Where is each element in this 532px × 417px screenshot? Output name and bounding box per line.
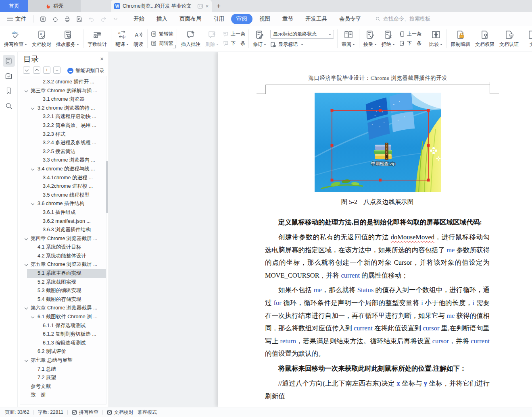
reject-change-button[interactable]: 拒绝 — [379, 29, 397, 49]
toc-item[interactable]: 3.6.1 插件组成 — [20, 208, 106, 217]
menu-tab[interactable]: 开始 — [128, 14, 150, 24]
toc-expand-chevron-icon[interactable] — [31, 106, 34, 110]
tab-home[interactable]: 首页 — [0, 0, 28, 12]
menu-tab[interactable]: 视图 — [254, 14, 275, 24]
toc-expand-chevron-icon[interactable] — [25, 263, 28, 266]
toc-item[interactable]: 第七章 总结与展望 — [20, 356, 106, 365]
document-body-text[interactable]: 图 5-2 八点及边线展示图定义鼠标移动的处理方法,目的是初始化即将勾取的屏幕区… — [265, 197, 490, 405]
toc-item[interactable]: 5.3 截图的编辑实现 — [20, 286, 106, 295]
restrict-editing-button[interactable]: 限制编辑 — [449, 29, 473, 49]
grading-service-button[interactable]: 批改服务 — [54, 29, 81, 49]
previous-revision-button[interactable]: 上一条 — [399, 31, 421, 37]
markup-state-combobox[interactable]: 显示标记的最终状态 — [270, 30, 334, 39]
toc-item[interactable]: 6.1 截图软件 Chrome 浏 ... — [20, 313, 106, 322]
previous-comment-button[interactable]: 上一条 — [223, 31, 245, 37]
doc-proofread-status[interactable]: 文档校对 — [107, 409, 134, 416]
toc-item[interactable]: 3.2.1 高速程序启动快 ... — [20, 112, 106, 121]
document-canvas[interactable]: 海口经济学院毕业设计：Chrome 浏览器截屏插件的开发 — [109, 52, 532, 407]
doc-certify-button[interactable]: 文档认证 — [497, 29, 521, 49]
toc-item[interactable]: 3.4.2chrome 进程模 ... — [20, 182, 106, 191]
toc-item[interactable]: 3.6.2 manifest.json ... — [20, 217, 106, 226]
toc-scrollbar[interactable] — [106, 161, 108, 213]
document-page[interactable]: 海口经济学院毕业设计：Chrome 浏览器截屏插件的开发 — [218, 52, 532, 407]
toc-expand-chevron-icon[interactable] — [25, 89, 28, 92]
read-aloud-button[interactable]: A 朗读 — [131, 29, 146, 49]
toc-item[interactable]: 3.2 chrome 浏览器的特 ... — [20, 104, 106, 113]
tab-document[interactable]: W Chrome浏览...的开发 毕业论文 × — [111, 0, 212, 12]
toc-item[interactable]: 第五章 Chrome 浏览器截屏 ... — [20, 260, 106, 269]
menu-tab[interactable]: 插入 — [151, 14, 173, 24]
toc-item[interactable]: 致 谢 — [20, 391, 106, 400]
toc-item[interactable]: 7.2 展望 — [20, 373, 106, 382]
toc-item[interactable]: 3.3 chrome 浏览器内 ... — [20, 156, 106, 165]
toc-item[interactable]: 第三章 Chrome 的详解与插 ... — [20, 87, 106, 95]
compatibility-mode-label[interactable]: 兼容模式 — [138, 409, 157, 416]
toc-item[interactable]: 3.1 chrome 浏览器 — [20, 95, 106, 104]
spell-check-status[interactable]: 拼写检查 — [72, 409, 98, 416]
export-button[interactable] — [50, 14, 60, 24]
toc-item[interactable]: 4.2 系统功能整体设计 — [20, 252, 106, 261]
collapse-all-button[interactable] — [23, 66, 30, 74]
print-button[interactable] — [62, 14, 72, 24]
toc-item[interactable]: 3.2.2 简单高效、易用 ... — [20, 121, 106, 130]
toc-item[interactable]: 5.2 系统截图实现 — [20, 278, 106, 287]
print-preview-button[interactable] — [74, 14, 84, 24]
toc-expand-chevron-icon[interactable] — [25, 359, 28, 362]
trad-to-simp-button[interactable]: 简 繁转简 — [151, 31, 173, 37]
menu-tab[interactable]: 开发工具 — [300, 14, 332, 24]
toc-expand-chevron-icon[interactable] — [31, 315, 34, 318]
toc-item[interactable]: 3.5 chrome 线程模型 — [20, 191, 106, 200]
insert-comment-button[interactable]: 插入批注 — [179, 29, 203, 49]
smart-toc-button[interactable]: 智能识别目录 — [67, 67, 104, 74]
rail-bookmark-button[interactable] — [3, 85, 15, 97]
toc-item[interactable]: 2.3.2 chrome 插件开 ... — [20, 78, 106, 87]
save-button[interactable] — [38, 14, 48, 24]
toc-item[interactable]: 3.2.5 搜索简洁 — [20, 147, 106, 156]
translate-button[interactable]: a中 翻译 — [113, 29, 131, 49]
toc-item[interactable]: 参考文献 — [20, 382, 106, 391]
spell-check-button[interactable]: abc 拼写检查 — [2, 29, 29, 49]
toc-expand-chevron-icon[interactable] — [31, 202, 34, 205]
expand-level-button[interactable]: + — [43, 66, 50, 74]
tab-close-icon[interactable]: × — [205, 4, 209, 9]
toc-item[interactable]: 3.6.3 浏览器插件结构 — [20, 226, 106, 234]
toc-item[interactable]: 3.4 chrome 的进程与线 ... — [20, 165, 106, 174]
toc-item[interactable]: 6.1.2 复制到剪切板选 ... — [20, 330, 106, 339]
toc-close-icon[interactable]: × — [100, 56, 104, 62]
tab-docer[interactable]: 稻壳 — [28, 0, 81, 12]
tab-assistant-icon[interactable] — [198, 4, 203, 8]
toc-item[interactable]: 6.1.1 保存选项测试 — [20, 322, 106, 330]
toc-item[interactable]: 第六章 Chrome 浏览器截屏 ... — [20, 304, 106, 313]
rail-search-button[interactable] — [3, 100, 15, 112]
toc-item[interactable]: 4.1 系统的设计目标 — [20, 243, 106, 252]
word-count-button[interactable]: 字数统计 — [85, 29, 109, 49]
group-launcher-icon[interactable] — [173, 45, 176, 48]
command-search[interactable]: 查找命令、搜索模板 — [375, 15, 430, 23]
show-markup-button[interactable]: 显示标记 — [270, 41, 334, 48]
menu-tab[interactable]: 页面布局 — [174, 14, 207, 24]
next-revision-button[interactable]: 下一条 — [399, 40, 421, 47]
next-comment-button[interactable]: 下一条 — [223, 40, 245, 47]
doc-permission-button[interactable]: 文档权限 — [473, 29, 497, 49]
menu-tab[interactable]: 引用 — [208, 14, 229, 24]
menu-tab[interactable]: 会员专享 — [334, 14, 366, 24]
delete-comment-button[interactable]: 删除 — [203, 29, 221, 49]
undo-button[interactable] — [86, 14, 96, 24]
rail-toc-button[interactable] — [3, 55, 15, 67]
menu-tab[interactable]: 审阅 — [231, 14, 252, 24]
collapse-level-button[interactable]: − — [53, 66, 61, 74]
compare-button[interactable]: 比较 — [427, 29, 445, 49]
doc-proofread-button[interactable]: a- 文档校对 — [29, 29, 54, 49]
rail-chapters-button[interactable] — [3, 70, 15, 82]
toc-item[interactable]: 3.6 chrome 插件结构 — [20, 199, 106, 208]
toc-item[interactable]: 6.2 测试评价 — [20, 347, 106, 356]
page-indicator[interactable]: 页面: 33/62 — [5, 409, 29, 416]
review-pane-button[interactable]: 审阅 — [339, 29, 357, 49]
menu-tab[interactable]: 章节 — [277, 14, 298, 24]
toc-item[interactable]: 3.2.3 样式 — [20, 130, 106, 139]
toc-item[interactable]: 5.1 系统主界面实现 — [20, 269, 106, 278]
clipped-button[interactable]: 文 — [525, 29, 532, 49]
expand-all-button[interactable] — [33, 66, 40, 74]
embedded-screenshot-figure[interactable]: 中期检查.zip — [315, 93, 441, 192]
toc-item[interactable]: 3.4.1chrome 的进程 ... — [20, 174, 106, 183]
